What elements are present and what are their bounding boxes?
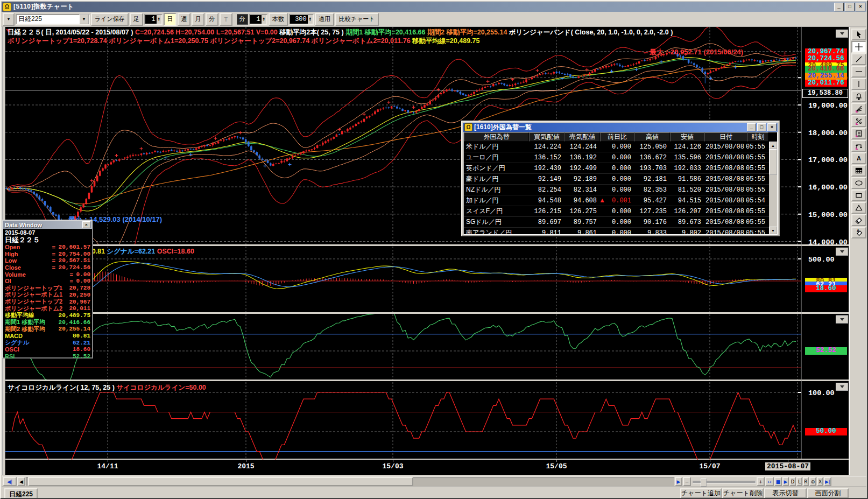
forex-col-header[interactable]: 高値 — [634, 132, 670, 142]
forex-col-header[interactable]: 日付 — [704, 132, 747, 142]
scroll-end-icon[interactable]: ▶| — [824, 477, 831, 486]
period-toggle-日[interactable]: 日 — [164, 13, 177, 26]
forex-col-header[interactable]: 安値 — [670, 132, 704, 142]
apply-button[interactable]: 適用 — [315, 13, 334, 26]
scroll-down-icon[interactable]: ▼ — [769, 227, 777, 234]
bar-interval-stepper[interactable]: 1▲▼ — [144, 14, 163, 25]
magnifier-icon[interactable]: ⊕ — [809, 477, 816, 486]
toggle-display-button[interactable]: 表示切替 — [764, 488, 807, 498]
forex-title-bar[interactable]: Ω [1610]外国為替一覧 _ □ × — [463, 123, 778, 132]
chevron-down-icon[interactable]: ▼ — [79, 15, 89, 24]
zoom-in-icon[interactable]: + — [757, 477, 765, 486]
grid-icon[interactable] — [851, 165, 866, 177]
save-lines-button[interactable]: ライン保存 — [91, 13, 129, 26]
symbol-prev-dropdown[interactable]: ▼ — [3, 13, 15, 26]
period-toggle-T[interactable]: T — [220, 13, 232, 26]
close-icon[interactable]: × — [82, 221, 90, 228]
quote-list-icon[interactable] — [851, 128, 866, 139]
scroll-track[interactable] — [26, 477, 674, 486]
text-annotation-icon[interactable]: A — [851, 152, 866, 164]
symbol-combobox[interactable]: 日経225 ▼ — [16, 14, 90, 25]
horizontal-scrollbar[interactable]: ◀|◀▶−+↔■▶DLR⊕X▶| — [2, 476, 866, 487]
forex-row[interactable]: 豪ドル／円92.14992.1890.00092.18191.5862015/0… — [464, 174, 777, 185]
forex-row[interactable]: 米ドル／円124.224124.2440.000125.050124.12620… — [464, 142, 777, 152]
forex-col-header[interactable]: 前日比 — [600, 132, 634, 142]
scroll-thumb[interactable] — [769, 149, 777, 175]
main-panel-dropdown[interactable] — [836, 30, 848, 38]
eraser-icon[interactable] — [851, 214, 866, 226]
stop-icon[interactable]: ■ — [774, 477, 782, 486]
trendline-icon[interactable] — [851, 53, 866, 65]
maximize-button[interactable]: □ — [845, 3, 855, 11]
zoom-slider[interactable] — [693, 481, 756, 483]
zoom-out-icon[interactable]: − — [683, 477, 691, 486]
forex-row[interactable]: SGドル／円89.69789.7570.00090.17689.6732015/… — [464, 217, 777, 228]
minimize-button[interactable]: _ — [747, 123, 756, 131]
scroll-right-icon[interactable]: ▶ — [675, 477, 682, 486]
psych-panel-dropdown[interactable] — [836, 383, 848, 391]
day-mode-button[interactable]: D — [789, 477, 796, 486]
data-window-row: Open= 20,601.57 — [5, 244, 90, 251]
close-tool-icon[interactable]: X — [817, 477, 823, 486]
forex-col-header[interactable]: 外国為替 — [464, 132, 529, 142]
minute-stepper[interactable]: 1▲▼ — [249, 14, 267, 25]
forex-row[interactable]: 英ポンド／円192.439192.4990.000193.703192.0332… — [464, 163, 777, 174]
forex-row[interactable]: 加ドル／円94.54894.608▲ 0.00195.42794.5152015… — [464, 195, 777, 206]
data-window[interactable]: Data Window × 2015-08-07日経２２５ Open= 20,6… — [2, 220, 93, 359]
chart-canvas[interactable]: ←最大：20,952.71 (2015/06/24)←最小：14,529.03 … — [5, 27, 849, 460]
pan-mode-icon[interactable]: ↔ — [765, 477, 774, 486]
rsi-panel-dropdown[interactable] — [836, 315, 848, 324]
forex-scrollbar[interactable]: ▲ ▼ — [769, 142, 777, 234]
time-axis: 14/11201515/0315/0515/072015-08-07 — [5, 460, 849, 475]
horizontal-line-icon[interactable] — [851, 66, 866, 78]
ellipse-icon[interactable] — [851, 177, 866, 189]
bar-type-label[interactable]: 足 — [130, 13, 143, 26]
eraser-all-icon[interactable]: A — [851, 227, 866, 238]
period-toggle-週[interactable]: 週 — [178, 13, 190, 26]
vertical-line-icon[interactable] — [851, 78, 866, 90]
forex-window[interactable]: Ω [1610]外国為替一覧 _ □ × 外国為替買気配値売気配値前日比高値安値… — [461, 121, 780, 236]
split-screen-button[interactable]: 画面分割 — [807, 488, 849, 498]
forex-row[interactable]: スイスF／円126.215126.2750.000127.235126.2072… — [464, 206, 777, 217]
crosshair-icon[interactable] — [851, 41, 866, 53]
remove-chart-button[interactable]: チャート削除 — [722, 488, 764, 498]
alert-bell-icon[interactable] — [851, 90, 866, 102]
macd-panel-dropdown[interactable] — [836, 248, 848, 256]
maximize-button[interactable]: □ — [757, 123, 766, 131]
cursor-icon[interactable] — [851, 29, 866, 40]
percent-line-icon[interactable] — [851, 115, 866, 127]
forex-col-header[interactable]: 時刻 — [747, 132, 768, 142]
bar-count-stepper[interactable]: 300▲▼ — [289, 14, 314, 25]
spinner-arrows-icon[interactable]: ▲▼ — [308, 15, 313, 24]
forex-col-header[interactable]: 売気配値 — [564, 132, 600, 142]
svg-text:19,000.00: 19,000.00 — [808, 102, 848, 110]
close-button[interactable]: × — [767, 123, 777, 131]
spinner-arrows-icon[interactable]: ▲▼ — [157, 15, 161, 24]
forex-row[interactable]: ユーロ／円136.152136.1920.000136.672135.59620… — [464, 152, 777, 163]
scroll-up-icon[interactable]: ▲ — [769, 142, 777, 149]
chart-tab[interactable]: 日経225 — [4, 488, 38, 499]
cycle-lines-icon[interactable] — [851, 140, 866, 152]
scroll-home-icon[interactable]: ◀| — [3, 477, 17, 486]
forex-row[interactable]: NZドル／円82.25482.3140.00082.35381.5202015/… — [464, 185, 777, 195]
compare-chart-button[interactable]: 比較チャート — [335, 13, 379, 26]
rectangle-icon[interactable] — [851, 189, 866, 201]
period-toggle-月[interactable]: 月 — [192, 13, 204, 26]
spinner-arrows-icon[interactable]: ▲▼ — [262, 15, 266, 24]
line-mode-button[interactable]: L — [796, 477, 802, 486]
realtime-button[interactable]: R — [803, 477, 809, 486]
minimize-button[interactable]: _ — [834, 3, 844, 11]
data-window-title-bar[interactable]: Data Window × — [3, 221, 92, 229]
title-bar[interactable]: Ω [5110]指数チャート _ □ × — [2, 2, 866, 12]
fibonacci-fan-icon[interactable] — [851, 103, 866, 115]
scroll-thumb[interactable] — [28, 477, 413, 486]
period-toggle-分[interactable]: 分 — [206, 13, 218, 26]
add-chart-button[interactable]: チャート追加 — [680, 488, 722, 498]
triangle-icon[interactable] — [851, 202, 866, 214]
forex-col-header[interactable]: 買気配値 — [529, 132, 564, 142]
play-icon[interactable]: ▶ — [782, 477, 789, 486]
zoom-slider-handle[interactable] — [701, 479, 707, 487]
forex-row[interactable]: 南アランド／円9.8119.8610.0009.8339.8022015/08/… — [464, 228, 777, 235]
scroll-left-icon[interactable]: ◀ — [17, 477, 25, 486]
close-button[interactable]: × — [856, 3, 865, 11]
